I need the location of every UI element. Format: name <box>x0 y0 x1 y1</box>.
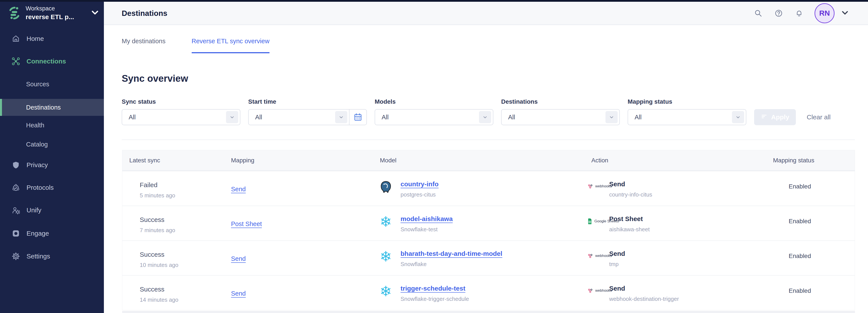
table-header-row: Latest sync Mapping Model Action Mapping… <box>122 150 855 171</box>
sidebar-item-sources[interactable]: Sources <box>0 76 104 92</box>
tab-reverse-etl-sync-overview[interactable]: Reverse ETL sync overview <box>192 38 270 53</box>
sidebar-item-protocols[interactable]: Protocols <box>0 179 104 196</box>
sidebar-item-label: Sources <box>26 81 49 88</box>
postgresql-icon <box>378 180 393 197</box>
sidebar-item-destinations[interactable]: Destinations <box>0 99 104 116</box>
chevron-down-icon <box>335 111 347 123</box>
window-top-strip <box>0 0 868 2</box>
action-title: Send <box>609 285 625 292</box>
column-mapping: Mapping <box>231 157 254 164</box>
sidebar-item-unify[interactable]: Unify <box>0 202 104 218</box>
sidebar-item-privacy[interactable]: Privacy <box>0 157 104 173</box>
calendar-icon[interactable] <box>349 109 366 125</box>
model-source-text: postgres-citus <box>401 191 436 198</box>
filter-mapping-status: Mapping status All <box>628 98 746 125</box>
snowflake-icon: ❄ <box>378 284 393 302</box>
dropdown-value: All <box>628 114 732 121</box>
mapping-status-text: Enabled <box>789 218 811 225</box>
sidebar-item-engage[interactable]: Engage <box>0 225 104 242</box>
action-title: Post Sheet <box>609 215 643 223</box>
action-destination-text: tmp <box>609 261 619 268</box>
chevron-down-icon[interactable] <box>92 10 98 15</box>
sidebar-item-label: Connections <box>27 58 66 65</box>
start-time-dropdown[interactable]: All <box>248 109 367 125</box>
sidebar-item-label: Settings <box>27 253 50 260</box>
sidebar-item-label: Privacy <box>27 161 48 169</box>
table-row: Failed 5 minutes ago Send country-info p… <box>122 171 855 206</box>
chevron-down-icon <box>606 111 618 123</box>
sidebar-item-label: Engage <box>27 230 49 237</box>
model-source-text: Snowflake <box>401 261 427 268</box>
sync-time-text: 5 minutes ago <box>140 192 175 199</box>
model-link[interactable]: model-aishikawa <box>401 215 453 223</box>
filter-label: Mapping status <box>628 98 746 105</box>
account-chevron-down-icon[interactable] <box>842 11 848 15</box>
tab-my-destinations[interactable]: My destinations <box>122 38 165 53</box>
sync-status-dropdown[interactable]: All <box>122 109 240 125</box>
sidebar-item-home[interactable]: Home <box>0 30 104 47</box>
tab-bar: My destinations Reverse ETL sync overvie… <box>104 25 868 53</box>
webhooks-logo: webhooks <box>587 253 612 259</box>
workspace-name: reverse ETL p... <box>26 13 87 21</box>
help-icon[interactable] <box>774 8 784 18</box>
sidebar-item-label: Unify <box>27 207 41 214</box>
engage-icon <box>11 229 21 238</box>
mapping-status-text: Enabled <box>789 287 811 294</box>
selected-indicator <box>0 99 2 116</box>
top-header: Destinations RN <box>104 2 868 25</box>
action-destination-text: webhook-destination-trigger <box>609 295 679 302</box>
clear-all-button[interactable]: Clear all <box>807 109 831 125</box>
sidebar-item-label: Protocols <box>27 184 54 191</box>
sync-status-text: Success <box>140 216 164 223</box>
action-destination-text: country-info-citus <box>609 191 652 198</box>
sidebar-item-catalog[interactable]: Catalog <box>0 136 104 153</box>
model-link[interactable]: trigger-schedule-test <box>401 285 465 292</box>
notifications-bell-icon[interactable] <box>794 8 804 18</box>
workspace-switcher[interactable]: Workspace reverse ETL p... <box>7 5 98 21</box>
filter-models: Models All <box>375 98 493 125</box>
home-icon <box>11 34 21 43</box>
filter-start-time: Start time All <box>248 98 367 125</box>
sidebar-item-label: Health <box>26 122 44 129</box>
mapping-status-dropdown[interactable]: All <box>628 109 746 125</box>
mapping-link[interactable]: Send <box>231 255 246 262</box>
avatar[interactable]: RN <box>814 3 835 23</box>
snowflake-icon: ❄ <box>378 250 393 267</box>
sync-overview-table: Latest sync Mapping Model Action Mapping… <box>122 150 855 310</box>
sidebar-item-settings[interactable]: Settings <box>0 248 104 264</box>
mapping-status-text: Enabled <box>789 183 811 190</box>
models-dropdown[interactable]: All <box>375 109 493 125</box>
dropdown-value: All <box>249 114 335 121</box>
filter-destinations: Destinations All <box>501 98 620 125</box>
sync-time-text: 7 minutes ago <box>140 227 175 234</box>
sidebar-item-connections[interactable]: Connections <box>0 53 104 69</box>
page-title: Destinations <box>122 9 167 18</box>
chevron-down-icon <box>732 111 744 123</box>
sidebar-item-health[interactable]: Health <box>0 117 104 133</box>
model-link[interactable]: bharath-test-day-and-time-model <box>401 250 502 257</box>
filter-label: Models <box>375 98 493 105</box>
mapping-link[interactable]: Send <box>231 290 246 297</box>
column-mapping-status: Mapping status <box>773 157 814 164</box>
filters-bar: Sync status All Start time All Mode <box>122 98 831 125</box>
sidebar-item-label: Destinations <box>26 104 61 111</box>
mapping-link[interactable]: Send <box>231 186 246 193</box>
sync-time-text: 14 minutes ago <box>140 296 179 303</box>
model-link[interactable]: country-info <box>401 180 439 188</box>
sync-status-text: Failed <box>140 181 158 189</box>
webhooks-logo: webhooks <box>587 183 612 189</box>
destinations-dropdown[interactable]: All <box>501 109 620 125</box>
model-source-text: Snowflake-trigger-schedule <box>401 295 469 302</box>
table-row: Success 7 minutes ago Post Sheet ❄ model… <box>122 206 855 241</box>
protocols-icon <box>11 183 21 192</box>
mapping-link[interactable]: Post Sheet <box>231 220 262 227</box>
filter-label: Destinations <box>501 98 620 105</box>
chevron-down-icon <box>479 111 491 123</box>
apply-button[interactable]: Apply <box>754 109 796 125</box>
settings-gear-icon <box>11 252 21 261</box>
search-icon[interactable] <box>753 8 763 18</box>
connections-icon <box>11 57 21 66</box>
unify-icon <box>11 206 21 215</box>
filter-icon <box>761 113 768 122</box>
sidebar: Workspace reverse ETL p... Home Connecti… <box>0 2 104 313</box>
